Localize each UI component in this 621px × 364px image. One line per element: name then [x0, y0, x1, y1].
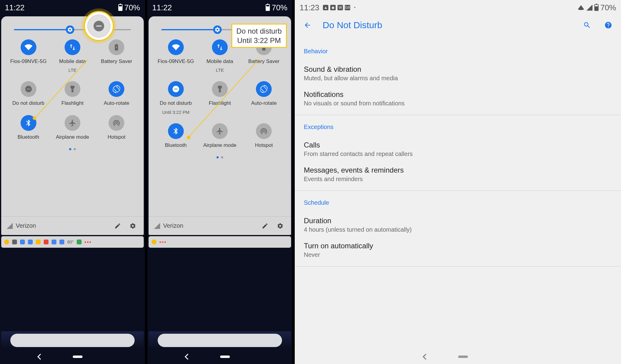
battery-icon [266, 4, 270, 11]
carrier-label: Verizon [163, 222, 183, 229]
flashlight-icon [212, 81, 228, 97]
dnd-zoom-callout [84, 11, 114, 41]
hotspot-icon [256, 123, 272, 139]
row-messages[interactable]: Messages, events & remindersEvents and r… [304, 162, 612, 187]
tile-label: Hotspot [255, 142, 273, 148]
home-button[interactable] [73, 356, 82, 358]
back-button[interactable] [301, 19, 314, 31]
swap-icon [65, 39, 80, 55]
quick-settings-footer: Verizon [149, 216, 291, 235]
row-notifications[interactable]: NotificationsNo visuals or sound from no… [304, 86, 612, 111]
tile-hotspot[interactable]: Hotspot [96, 115, 137, 140]
tile-label: Mobile data [206, 58, 233, 65]
search-icon [583, 21, 591, 29]
screenshot-2: 11:22 70% Do not disturb Until 3:22 PM F… [147, 0, 292, 364]
section-behavior: Behavior Sound & vibrationMuted, but all… [295, 41, 621, 113]
tile-label: Auto-rotate [251, 100, 277, 106]
row-duration[interactable]: Duration4 hours (unless turned on automa… [304, 212, 612, 237]
tile-wifi[interactable]: Fios-09NVE-5G [8, 39, 49, 73]
tile-rotate[interactable]: Auto-rotate [96, 81, 137, 106]
rotate-icon [256, 81, 272, 97]
flashlight-icon [65, 81, 80, 97]
nav-bar [295, 349, 621, 364]
gear-icon [129, 223, 136, 229]
tile-label: Fios-09NVE-5G [158, 58, 194, 65]
tile-dnd[interactable]: Do not disturbUntil 3:22 PM [155, 81, 196, 114]
tile-label: Hotspot [108, 134, 126, 140]
wifi-icon [168, 39, 184, 55]
tile-airplane[interactable]: Airplane mode [199, 123, 240, 148]
tile-label: Airplane mode [203, 142, 237, 148]
quick-settings-footer: Verizon [1, 216, 144, 235]
page-indicator [8, 148, 137, 150]
status-bar: 11:22 70% [147, 0, 292, 15]
row-sound-vibration[interactable]: Sound & vibrationMuted, but allow alarms… [304, 61, 612, 86]
tile-label: Mobile data [59, 58, 86, 65]
hotspot-icon [109, 115, 124, 131]
tray-temp: 60° [67, 240, 74, 244]
dnd-icon [168, 81, 184, 97]
back-button[interactable] [37, 354, 43, 360]
help-icon [604, 21, 612, 29]
section-title: Schedule [304, 199, 612, 206]
screenshot-1: 11:22 70% Fios-09NVE-5GMobile dataLTEBat… [0, 0, 145, 364]
tile-label: Flashlight [62, 100, 84, 106]
gear-icon [214, 27, 220, 33]
tile-swap[interactable]: Mobile dataLTE [52, 39, 93, 73]
status-bar: 11:22 70% [0, 0, 145, 15]
edit-button[interactable] [112, 220, 123, 231]
tile-battery[interactable]: Battery Saver [96, 39, 137, 73]
row-turn-on-auto[interactable]: Turn on automaticallyNever [304, 237, 612, 263]
home-button[interactable] [220, 356, 230, 358]
notification-tray[interactable]: 60° [1, 236, 144, 248]
section-exceptions: Exceptions CallsFrom starred contacts an… [295, 117, 621, 189]
edit-button[interactable] [260, 220, 270, 231]
wifi-icon [577, 5, 585, 10]
tile-rotate[interactable]: Auto-rotate [243, 81, 284, 114]
wifi-icon [21, 39, 36, 55]
tile-bluetooth[interactable]: Bluetooth [8, 115, 49, 140]
page-indicator [155, 156, 284, 158]
help-button[interactable] [602, 19, 614, 31]
tile-sublabel: LTE [216, 68, 224, 73]
signal-icon [586, 5, 592, 11]
status-bar: 11:23 ▲◉WGX• 70% [295, 0, 621, 15]
notification-tray[interactable] [149, 236, 291, 248]
battery-icon [594, 4, 599, 11]
search-button[interactable] [581, 19, 593, 31]
tile-label: Fios-09NVE-5G [10, 58, 47, 65]
battery-icon [109, 39, 124, 55]
dnd-icon [92, 20, 105, 32]
home-button[interactable] [458, 356, 468, 358]
tile-label: Battery Saver [248, 58, 280, 65]
battery-pct: 70% [272, 3, 287, 12]
battery-pct: 70% [600, 3, 616, 12]
tile-flashlight[interactable]: Flashlight [52, 81, 93, 106]
page-title: Do Not Disturb [323, 20, 572, 30]
row-calls[interactable]: CallsFrom starred contacts and repeat ca… [304, 137, 612, 162]
tile-label: Do not disturb [160, 100, 192, 106]
gear-icon [277, 223, 284, 229]
settings-button[interactable] [127, 220, 138, 231]
airplane-icon [65, 115, 80, 131]
back-button[interactable] [185, 354, 191, 360]
back-button[interactable] [423, 354, 429, 360]
settings-button[interactable] [275, 220, 286, 231]
tile-dnd[interactable]: Do not disturb [8, 81, 49, 106]
tile-label: Battery Saver [101, 58, 132, 65]
screenshot-3-settings: 11:23 ▲◉WGX• 70% Do Not Disturb Behavior… [295, 0, 621, 364]
section-title: Behavior [304, 48, 612, 55]
section-schedule: Schedule Duration4 hours (unless turned … [295, 193, 621, 264]
tile-hotspot[interactable]: Hotspot [243, 123, 284, 148]
swap-icon [212, 39, 228, 55]
tile-airplane[interactable]: Airplane mode [52, 115, 93, 140]
tile-sublabel: LTE [69, 68, 76, 73]
back-icon [304, 21, 311, 29]
pencil-icon [262, 223, 268, 229]
tile-label: Bluetooth [18, 134, 39, 140]
header: Do Not Disturb [295, 15, 621, 35]
tile-wifi[interactable]: Fios-09NVE-5G [155, 39, 196, 73]
battery-pct: 70% [124, 3, 140, 12]
tile-sublabel: Until 3:22 PM [162, 110, 190, 115]
clock: 11:22 [5, 3, 25, 12]
